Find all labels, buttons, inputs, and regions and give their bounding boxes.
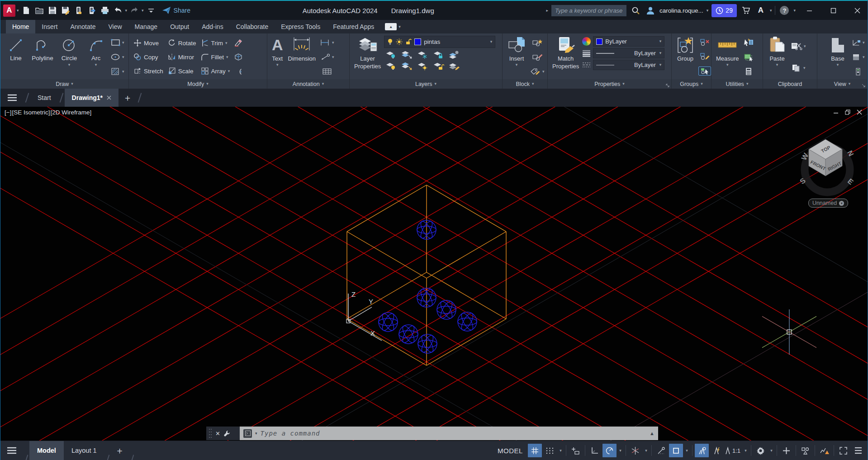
fillet-caret-icon[interactable]: ▾ xyxy=(226,55,228,59)
command-grip-icon[interactable] xyxy=(209,428,212,438)
sphere[interactable] xyxy=(399,325,418,344)
named-view-dropdown[interactable]: Unnamed ▼ xyxy=(808,199,848,208)
ribbon-tab-annotate[interactable]: Annotate xyxy=(64,20,102,33)
viewport-menu-control[interactable]: [−] xyxy=(5,109,11,116)
layer-dropdown-caret-icon[interactable]: ▾ xyxy=(490,40,493,44)
help-caret-icon[interactable]: ▾ xyxy=(793,9,796,13)
paste-caret-icon[interactable]: ▾ xyxy=(776,63,778,67)
lineweight-caret-icon[interactable]: ▾ xyxy=(659,51,662,55)
search-input[interactable] xyxy=(551,5,626,16)
save-to-web-button[interactable] xyxy=(86,5,98,16)
close-button[interactable] xyxy=(847,1,868,20)
autodesk-caret-icon[interactable]: ▾ xyxy=(770,9,772,13)
cut-caret-icon[interactable]: ▾ xyxy=(804,44,806,48)
table-button[interactable] xyxy=(322,68,332,75)
cart-button[interactable] xyxy=(740,5,752,16)
panel-label-groups[interactable]: Groups▾ xyxy=(672,79,711,89)
linetype-icon[interactable] xyxy=(582,62,591,68)
polyline-tool-button[interactable]: Polyline xyxy=(30,35,55,79)
command-prompt-icon[interactable] xyxy=(243,429,252,438)
viewport-restore-icon[interactable] xyxy=(845,109,850,115)
visual-style-control[interactable]: [2D Wireframe] xyxy=(50,109,91,116)
rotate-tool-button[interactable]: Rotate xyxy=(166,36,198,50)
layer-make-current-icon[interactable] xyxy=(448,50,460,59)
paste-button[interactable]: Paste ▾ xyxy=(766,35,788,79)
viewcube-caret-icon[interactable]: ▾ xyxy=(863,55,865,59)
fillet-tool-button[interactable]: Fillet▾ xyxy=(199,50,232,64)
view-launcher-icon[interactable] xyxy=(862,84,865,87)
panel-label-block[interactable]: Block▾ xyxy=(503,79,547,89)
cube-edge[interactable] xyxy=(427,185,506,232)
ribbon-tab-featured-apps[interactable]: Featured Apps xyxy=(327,20,380,33)
copy-tool-button[interactable]: Copy xyxy=(132,50,165,64)
dimension-tool-button[interactable]: Dimension xyxy=(286,35,318,79)
id-point-button[interactable] xyxy=(743,53,754,61)
clean-screen-button[interactable] xyxy=(836,444,850,457)
sphere[interactable] xyxy=(458,312,477,331)
new-drawing-tab-button[interactable]: ＋ xyxy=(119,89,137,107)
command-close-icon[interactable]: ✕ xyxy=(215,430,220,437)
color-wheel-icon[interactable] xyxy=(582,37,591,46)
viewport-minimize-icon[interactable] xyxy=(833,109,839,115)
layer-freeze-icon[interactable] xyxy=(417,50,428,59)
leader-caret-icon[interactable]: ▾ xyxy=(332,55,334,59)
file-tab-drawing1[interactable]: Drawing1* xyxy=(65,89,119,107)
layer-unisolate-icon[interactable] xyxy=(401,62,413,71)
autodesk-apps-button[interactable]: A xyxy=(755,5,767,16)
cube-edge[interactable] xyxy=(427,232,506,278)
annotation-visibility-button[interactable] xyxy=(695,444,709,457)
measure-caret-icon[interactable]: ▾ xyxy=(726,63,729,67)
file-tab-start[interactable]: Start xyxy=(30,89,58,107)
panel-label-clipboard[interactable]: Clipboard xyxy=(763,79,817,89)
lineweight-dropdown[interactable]: ByLayer ▾ xyxy=(593,48,664,58)
match-properties-button[interactable]: Match Properties xyxy=(550,35,581,79)
search-button[interactable] xyxy=(630,5,641,16)
stretch-tool-button[interactable]: Stretch xyxy=(132,64,165,78)
copy-clip-caret-icon[interactable]: ▾ xyxy=(803,66,806,70)
group-selection-toggle-button[interactable] xyxy=(698,66,711,76)
cube-edge[interactable] xyxy=(347,272,427,319)
ucs-caret-icon[interactable]: ▾ xyxy=(863,41,865,45)
array-tool-button[interactable]: Array▾ xyxy=(199,64,232,78)
object-color-dropdown[interactable]: ByLayer ▾ xyxy=(593,36,664,47)
rectangle-tool-button[interactable]: ▾ xyxy=(111,38,124,47)
mirror-tool-button[interactable]: Mirror xyxy=(166,50,198,64)
plot-button[interactable] xyxy=(99,5,111,16)
group-button[interactable]: Group xyxy=(674,35,696,79)
ribbon-tab-add-ins[interactable]: Add-ins xyxy=(195,20,229,33)
snap-mode-button[interactable] xyxy=(543,444,557,457)
circle-caret-icon[interactable]: ▾ xyxy=(68,63,71,67)
cube-edge[interactable] xyxy=(347,232,427,278)
help-button[interactable]: ? xyxy=(778,5,790,16)
sphere[interactable] xyxy=(379,313,398,332)
color-caret-icon[interactable]: ▾ xyxy=(659,39,662,43)
open-from-web-button[interactable] xyxy=(73,5,85,16)
annotation-scale-button[interactable]: 1:1 xyxy=(725,444,742,457)
ribbon-tab-view[interactable]: View xyxy=(102,20,128,33)
workspace-switching-button[interactable] xyxy=(754,444,768,457)
ribbon-tab-output[interactable]: Output xyxy=(164,20,195,33)
app-menu-button[interactable]: A xyxy=(3,5,15,17)
panel-label-modify[interactable]: Modify▾ xyxy=(129,79,267,89)
polar-caret-button[interactable]: ▾ xyxy=(617,444,623,457)
linetype-caret-icon[interactable]: ▾ xyxy=(659,63,662,67)
command-recent-caret-icon[interactable]: ▾ xyxy=(255,432,257,436)
panel-label-layers[interactable]: Layers▾ xyxy=(350,79,502,89)
layout1-tab[interactable]: Layout 1 xyxy=(64,441,104,460)
redo-caret-icon[interactable]: ▾ xyxy=(142,9,144,13)
open-file-button[interactable] xyxy=(33,5,45,16)
cube-edge[interactable] xyxy=(347,185,427,232)
layer-properties-button[interactable]: Layer Properties xyxy=(352,35,383,79)
isolate-objects-button[interactable] xyxy=(798,444,812,457)
grid-display-button[interactable] xyxy=(528,444,542,457)
customization-button[interactable] xyxy=(851,444,865,457)
insert-block-button[interactable]: Insert ▾ xyxy=(505,35,528,79)
insert-caret-icon[interactable]: ▾ xyxy=(516,63,518,67)
annotation-autoscale-button[interactable] xyxy=(710,444,724,457)
hatch-tool-button[interactable]: ▾ xyxy=(111,67,124,76)
search-flyout-icon[interactable]: ▸ xyxy=(546,9,548,13)
arc-tool-button[interactable]: Arc ▾ xyxy=(83,35,109,79)
move-tool-button[interactable]: Move xyxy=(132,36,165,50)
ribbon-tab-express-tools[interactable]: Express Tools xyxy=(275,20,327,33)
save-button[interactable] xyxy=(47,5,58,16)
